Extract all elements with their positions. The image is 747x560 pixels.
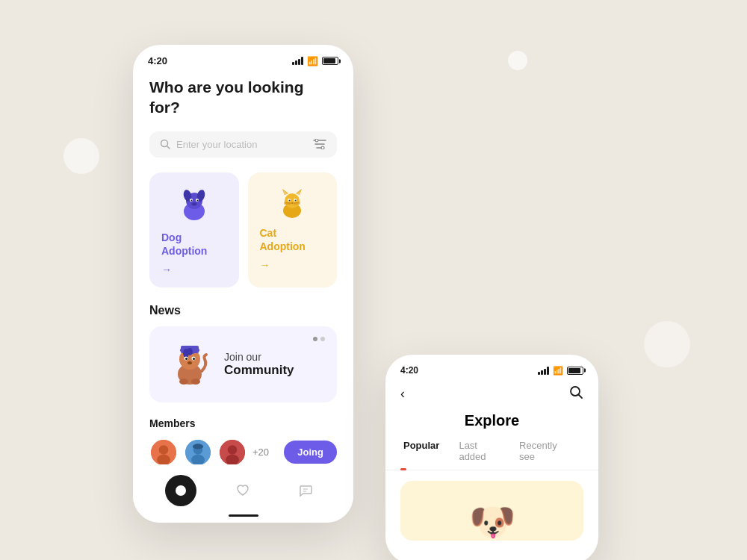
secondary-header: ‹ [385,380,598,412]
svg-point-39 [187,348,193,355]
svg-point-54 [226,455,239,465]
main-content: Who are you looking for? Enter your loca… [133,71,353,479]
cat-card-label: Cat Adoption [260,226,326,253]
signal-icon [292,57,303,65]
svg-point-42 [185,358,187,360]
news-card[interactable]: Join our Community [149,326,337,402]
svg-point-33 [179,379,188,385]
chat-icon [298,483,313,498]
svg-point-47 [157,455,170,465]
explore-card-1[interactable]: 🐶 [400,481,583,541]
svg-point-34 [191,379,200,385]
wifi-icon: 📶 [307,56,318,66]
cat-adoption-card[interactable]: Cat Adoption → [248,172,338,287]
nav-messages[interactable] [290,475,321,506]
svg-point-43 [193,358,195,360]
status-icons-secondary: 📶 [538,366,583,376]
svg-point-51 [193,444,203,449]
deco-circle-right [644,321,690,367]
news-dot-1 [313,337,317,341]
join-text: Join our [224,351,294,363]
news-text-block: Join our Community [224,351,294,378]
back-button[interactable]: ‹ [400,386,405,402]
news-dog-illustration [161,338,214,391]
status-icons: 📶 [292,56,338,66]
tab-recently-see[interactable]: Recently see [516,440,570,470]
heart-icon [235,483,250,498]
svg-line-59 [579,395,583,399]
wifi-icon-secondary: 📶 [553,366,563,376]
status-bar-secondary: 4:20 📶 [385,355,598,380]
explore-content: 🐶 [385,481,598,541]
nav-favorites[interactable] [227,475,258,506]
tab-last-added[interactable]: Last added [456,440,503,470]
battery-icon-secondary [567,367,583,375]
dog-adoption-card[interactable]: Dog Adoption → [149,172,239,287]
home-indicator [229,514,258,517]
filter-icon[interactable] [313,139,326,149]
status-bar-main: 4:20 📶 [133,45,353,71]
news-section-title: News [149,304,337,317]
explore-title: Explore [385,412,598,429]
svg-point-25 [289,199,291,201]
svg-point-27 [291,202,294,204]
pet-image: 🐶 [469,503,515,541]
members-label: Members [149,417,337,429]
svg-point-16 [192,203,196,205]
adoption-cards-container: Dog Adoption → [149,172,337,287]
search-button-secondary[interactable] [568,385,583,403]
svg-point-18 [285,193,300,208]
battery-icon [322,57,338,65]
home-icon [173,483,188,498]
svg-point-13 [190,199,192,201]
search-bar[interactable]: Enter your location [149,131,337,158]
nav-home[interactable] [165,475,196,506]
dog-card-label: Dog Adoption [161,231,227,258]
svg-point-14 [196,199,198,201]
member-avatar-1 [149,438,178,467]
community-text: Community [224,363,294,378]
cat-illustration [273,184,311,222]
explore-tabs: Popular Last added Recently see [385,440,598,470]
svg-point-55 [176,485,186,496]
dog-card-arrow[interactable]: → [161,264,227,276]
dog-illustration [173,184,215,226]
svg-point-44 [187,361,192,364]
signal-icon-secondary [538,367,549,375]
member-avatar-2 [184,438,212,467]
member-count: +20 [252,447,269,458]
status-time-secondary: 4:20 [400,365,418,376]
phone-secondary: 4:20 📶 ‹ Explore Popular [385,355,598,560]
news-dots [313,337,325,341]
member-avatar-3 [218,438,247,467]
tab-popular[interactable]: Popular [400,440,442,470]
svg-point-5 [315,139,318,142]
deco-circle-top [508,51,527,70]
svg-point-53 [228,445,238,455]
phone-main: 4:20 📶 Who are you looking for? Enter yo… [133,45,353,523]
status-time: 4:20 [148,55,167,66]
svg-line-1 [167,146,170,149]
deco-circle-left [63,138,99,174]
search-icon [160,139,170,149]
page-title: Who are you looking for? [149,77,337,118]
svg-point-6 [321,146,324,149]
members-row: +20 Joing [149,438,337,467]
news-dot-2 [320,337,325,341]
bottom-nav [133,464,353,523]
svg-point-50 [191,455,205,465]
search-placeholder-text: Enter your location [176,139,307,150]
svg-point-46 [159,445,169,455]
cat-card-arrow[interactable]: → [260,259,326,271]
join-button[interactable]: Joing [284,441,337,464]
svg-point-26 [295,199,297,201]
